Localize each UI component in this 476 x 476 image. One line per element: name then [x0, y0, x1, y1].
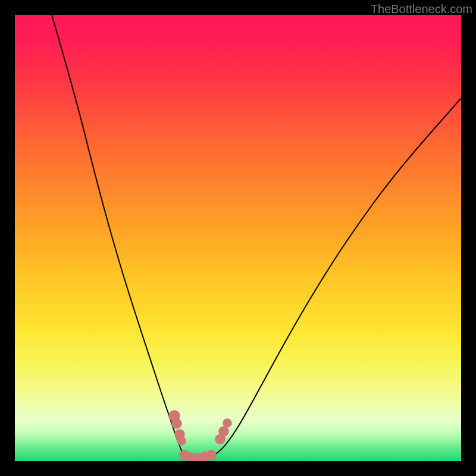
curve-right	[201, 98, 461, 459]
watermark: TheBottleneck.com	[371, 2, 472, 16]
markers-right-dot	[223, 419, 231, 427]
curve-left	[52, 15, 201, 459]
plot-area	[15, 15, 461, 461]
curves	[15, 15, 461, 461]
markers-right-dot	[219, 427, 228, 436]
markers-left-dot	[172, 419, 181, 428]
markers-bottom-dot	[206, 450, 216, 460]
markers-left-dot	[177, 437, 186, 445]
